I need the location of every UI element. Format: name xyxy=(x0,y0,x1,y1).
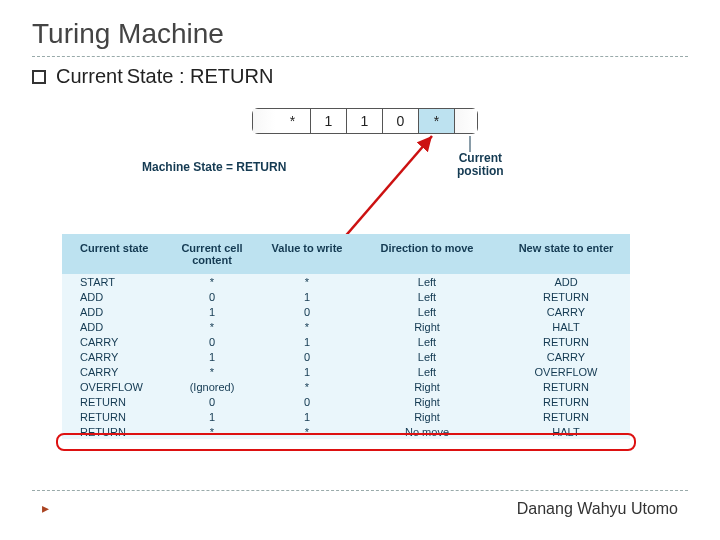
tape-cell: * xyxy=(275,109,311,133)
table-cell: 0 xyxy=(162,289,262,304)
table-cell: 0 xyxy=(262,349,352,364)
tape-cell-highlight: * xyxy=(419,109,455,133)
machine-state-label: Machine State = RETURN xyxy=(142,160,286,174)
slide-title: Turing Machine xyxy=(32,18,688,50)
table-cell: 0 xyxy=(162,334,262,349)
tape-cell: 0 xyxy=(383,109,419,133)
footer-author: Danang Wahyu Utomo xyxy=(517,500,678,518)
table-row: RETURN**No moveHALT xyxy=(62,424,630,439)
table-cell: 0 xyxy=(162,394,262,409)
table-cell: Left xyxy=(352,304,502,319)
table-cell: ADD xyxy=(62,304,162,319)
title-divider xyxy=(32,56,688,57)
table-row: ADD01LeftRETURN xyxy=(62,289,630,304)
table-cell: CARRY xyxy=(502,349,630,364)
table-cell: Left xyxy=(352,364,502,379)
table-cell: * xyxy=(262,379,352,394)
subtitle: Current State : RETURN xyxy=(32,65,688,88)
table-cell: CARRY xyxy=(62,334,162,349)
table-cell: RETURN xyxy=(502,379,630,394)
table-cell: No move xyxy=(352,424,502,439)
table-row: RETURN00RightRETURN xyxy=(62,394,630,409)
header-direction: Direction to move xyxy=(352,234,502,274)
table-cell: HALT xyxy=(502,319,630,334)
tape-end-right xyxy=(455,109,477,133)
table-cell: RETURN xyxy=(62,424,162,439)
tape-cell: 1 xyxy=(311,109,347,133)
table-cell: Right xyxy=(352,409,502,424)
header-value-write: Value to write xyxy=(262,234,352,274)
table-cell: ADD xyxy=(62,289,162,304)
table-cell: 1 xyxy=(262,409,352,424)
header-new-state: New state to enter xyxy=(502,234,630,274)
tape-cell: 1 xyxy=(347,109,383,133)
table-row: CARRY10LeftCARRY xyxy=(62,349,630,364)
table-cell: Left xyxy=(352,349,502,364)
table-cell: OVERFLOW xyxy=(62,379,162,394)
footer-divider xyxy=(32,490,688,491)
table-cell: CARRY xyxy=(62,349,162,364)
table-cell: RETURN xyxy=(502,394,630,409)
table-row: ADD10LeftCARRY xyxy=(62,304,630,319)
table-cell: RETURN xyxy=(62,394,162,409)
table-row: ADD**RightHALT xyxy=(62,319,630,334)
table-cell: 1 xyxy=(262,289,352,304)
bullet-icon xyxy=(32,70,46,84)
tape: * 1 1 0 * xyxy=(252,108,478,134)
table-cell: RETURN xyxy=(62,409,162,424)
table-cell: * xyxy=(162,364,262,379)
table-cell: 1 xyxy=(162,304,262,319)
table-cell: 1 xyxy=(162,409,262,424)
table-cell: * xyxy=(262,274,352,289)
current-position-label: Current position xyxy=(457,152,504,178)
table-cell: 0 xyxy=(262,304,352,319)
table-cell: 1 xyxy=(162,349,262,364)
table-cell: 1 xyxy=(262,334,352,349)
table-cell: * xyxy=(262,424,352,439)
tape-end-left xyxy=(253,109,275,133)
table-cell: START xyxy=(62,274,162,289)
header-cell-content: Current cell content xyxy=(162,234,262,274)
table-cell: 0 xyxy=(262,394,352,409)
table-cell: RETURN xyxy=(502,289,630,304)
table-cell: Left xyxy=(352,289,502,304)
table-body: START**LeftADDADD01LeftRETURNADD10LeftCA… xyxy=(62,274,630,439)
table-row: START**LeftADD xyxy=(62,274,630,289)
table-row: CARRY01LeftRETURN xyxy=(62,334,630,349)
table-row: RETURN11RightRETURN xyxy=(62,409,630,424)
table-cell: Left xyxy=(352,334,502,349)
table-cell: RETURN xyxy=(502,334,630,349)
subtitle-rest: State : RETURN xyxy=(127,65,274,88)
table-cell: * xyxy=(162,424,262,439)
table-row: OVERFLOW(Ignored)*RightRETURN xyxy=(62,379,630,394)
table-cell: (Ignored) xyxy=(162,379,262,394)
table-cell: Right xyxy=(352,379,502,394)
table-cell: CARRY xyxy=(502,304,630,319)
table-cell: Right xyxy=(352,394,502,409)
footer-bullet-icon: ▸ xyxy=(42,500,49,516)
transition-table: Current state Current cell content Value… xyxy=(62,234,630,439)
table-cell: HALT xyxy=(502,424,630,439)
table-cell: CARRY xyxy=(62,364,162,379)
table-cell: ADD xyxy=(62,319,162,334)
table-cell: Left xyxy=(352,274,502,289)
table-cell: * xyxy=(262,319,352,334)
table-header-row: Current state Current cell content Value… xyxy=(62,234,630,274)
table-cell: 1 xyxy=(262,364,352,379)
table-cell: OVERFLOW xyxy=(502,364,630,379)
table-cell: Right xyxy=(352,319,502,334)
header-current-state: Current state xyxy=(62,234,162,274)
subtitle-prefix: Current xyxy=(56,65,123,88)
table-cell: RETURN xyxy=(502,409,630,424)
table-cell: * xyxy=(162,319,262,334)
table-cell: ADD xyxy=(502,274,630,289)
table-row: CARRY*1LeftOVERFLOW xyxy=(62,364,630,379)
table-cell: * xyxy=(162,274,262,289)
